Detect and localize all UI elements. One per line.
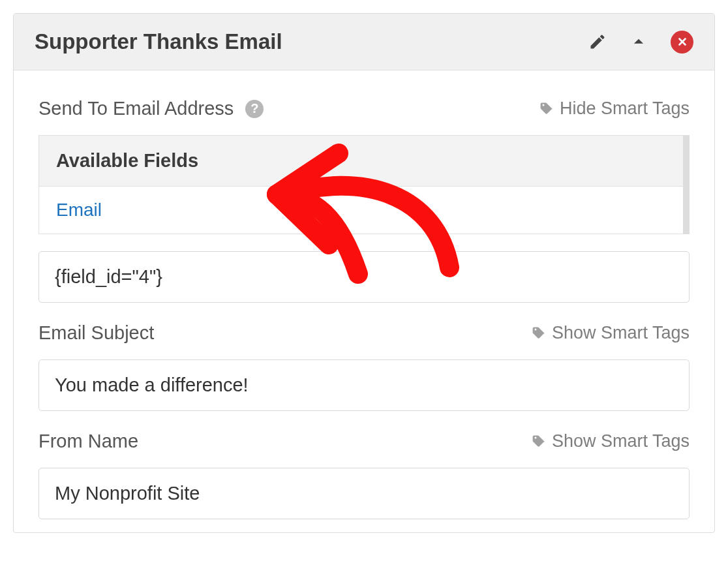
panel-body: Send To Email Address ? Hide Smart Tags … bbox=[14, 70, 714, 532]
show-smart-tags-fromname-button[interactable]: Show Smart Tags bbox=[531, 431, 690, 451]
close-icon bbox=[671, 31, 693, 53]
pencil-icon bbox=[588, 33, 607, 51]
collapse-button[interactable] bbox=[628, 31, 650, 53]
email-subject-input[interactable] bbox=[38, 359, 690, 411]
email-subject-label: Email Subject bbox=[38, 322, 154, 344]
notification-panel: Supporter Thanks Email Send To Email Add… bbox=[13, 13, 715, 533]
email-subject-row: Email Subject Show Smart Tags bbox=[38, 322, 690, 344]
delete-button[interactable] bbox=[671, 31, 693, 53]
send-to-row: Send To Email Address ? Hide Smart Tags bbox=[38, 98, 690, 119]
help-icon[interactable]: ? bbox=[245, 100, 264, 118]
from-name-label: From Name bbox=[38, 431, 138, 452]
panel-actions bbox=[588, 31, 693, 53]
tag-icon bbox=[539, 101, 554, 117]
hide-smart-tags-button[interactable]: Hide Smart Tags bbox=[539, 99, 690, 119]
from-name-input[interactable] bbox=[38, 468, 690, 519]
send-to-label-text: Send To Email Address bbox=[38, 98, 234, 119]
tag-icon bbox=[531, 326, 547, 341]
send-to-block: Send To Email Address ? Hide Smart Tags … bbox=[38, 98, 690, 303]
email-subject-block: Email Subject Show Smart Tags bbox=[38, 322, 690, 411]
show-smart-tags-subject-text: Show Smart Tags bbox=[552, 323, 690, 343]
send-to-input[interactable] bbox=[38, 251, 690, 303]
from-name-row: From Name Show Smart Tags bbox=[38, 431, 690, 452]
panel-title: Supporter Thanks Email bbox=[35, 29, 282, 54]
tag-icon bbox=[531, 434, 547, 449]
hide-smart-tags-text: Hide Smart Tags bbox=[560, 99, 690, 119]
chevron-up-icon bbox=[628, 31, 650, 53]
available-field-email[interactable]: Email bbox=[39, 187, 683, 234]
show-smart-tags-fromname-text: Show Smart Tags bbox=[552, 431, 690, 451]
available-fields-panel: Available Fields Email bbox=[38, 135, 690, 234]
send-to-label: Send To Email Address ? bbox=[38, 98, 264, 119]
panel-header: Supporter Thanks Email bbox=[14, 14, 714, 70]
from-name-block: From Name Show Smart Tags bbox=[38, 431, 690, 519]
edit-button[interactable] bbox=[588, 33, 607, 51]
show-smart-tags-subject-button[interactable]: Show Smart Tags bbox=[531, 323, 690, 343]
available-fields-header: Available Fields bbox=[39, 136, 683, 187]
